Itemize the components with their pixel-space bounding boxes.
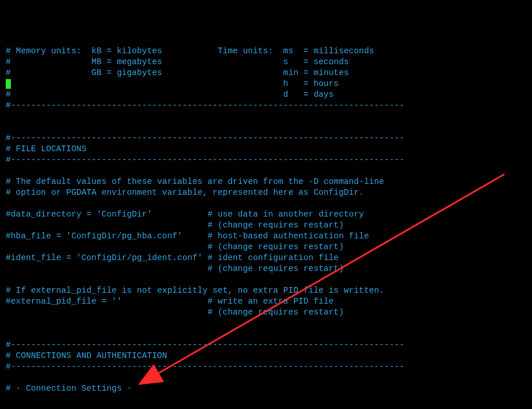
config-line: # h = hours <box>6 78 526 89</box>
config-line: # MB = megabytes s = seconds <box>6 57 526 68</box>
config-line: #---------------------------------------… <box>6 133 526 144</box>
text-cursor <box>6 79 11 89</box>
config-line: #ident_file = 'ConfigDir/pg_ident.conf' … <box>6 253 526 264</box>
config-line: #external_pid_file = '' # write an extra… <box>6 296 526 307</box>
config-line: # GB = gigabytes min = minutes <box>6 68 526 78</box>
config-line: #---------------------------------------… <box>6 361 526 372</box>
config-line <box>6 329 526 340</box>
config-line: # The default values of these variables … <box>6 176 526 187</box>
config-line: # (change requires restart) <box>6 242 526 253</box>
config-line: #data_directory = 'ConfigDir' # use data… <box>6 209 526 220</box>
config-line: #---------------------------------------… <box>6 340 526 351</box>
config-line: # (change requires restart) <box>6 307 526 318</box>
config-line <box>6 111 526 122</box>
config-line: # If external_pid_file is not explicitly… <box>6 285 526 296</box>
config-line: # - Connection Settings - <box>6 383 526 394</box>
config-line: # (change requires restart) <box>6 220 526 231</box>
config-line: # CONNECTIONS AND AUTHENTICATION <box>6 351 526 361</box>
config-file-content: # Memory units: kB = kilobytes Time unit… <box>6 46 526 405</box>
config-line <box>6 274 526 285</box>
config-line <box>6 166 526 176</box>
config-line <box>6 318 526 329</box>
config-line: # option or PGDATA environment variable,… <box>6 187 526 198</box>
config-line: #---------------------------------------… <box>6 155 526 166</box>
config-line <box>6 198 526 209</box>
config-line: # (change requires restart) <box>6 264 526 274</box>
config-line <box>6 394 526 405</box>
config-line: # Memory units: kB = kilobytes Time unit… <box>6 46 526 57</box>
config-line <box>6 372 526 383</box>
terminal-view[interactable]: # Memory units: kB = kilobytes Time unit… <box>0 0 532 409</box>
config-line <box>6 122 526 133</box>
config-line: #---------------------------------------… <box>6 100 526 111</box>
config-line: #hba_file = 'ConfigDir/pg_hba.conf' # ho… <box>6 231 526 242</box>
config-line: # d = days <box>6 89 526 100</box>
config-line: # FILE LOCATIONS <box>6 144 526 155</box>
